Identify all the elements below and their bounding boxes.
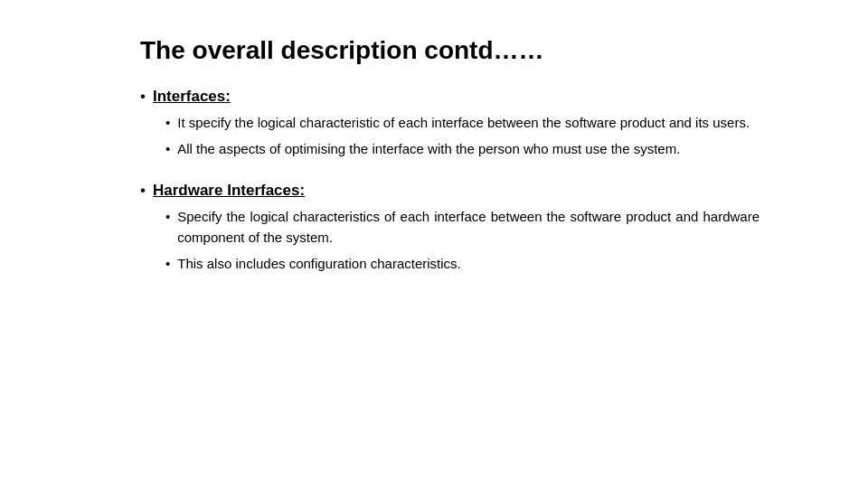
hardware-bullet-1-text: Specify the logical characteristics of e… [177,206,760,249]
section-hardware-interfaces-header: • Hardware Interfaces: [140,179,760,202]
interfaces-bullet-2: • All the aspects of optimising the inte… [165,138,760,159]
section-interfaces: • Interfaces: • It specify the logical c… [140,85,760,164]
interfaces-bullet-2-dot: • [165,138,170,159]
interfaces-bullet-1-text: It specify the logical characteristic of… [177,112,750,133]
hardware-bullet-1: • Specify the logical characteristics of… [165,206,760,249]
hardware-bullet-2-dot: • [165,253,170,274]
bullet-dot-interfaces: • [140,85,146,108]
interfaces-bullet-2-text: All the aspects of optimising the interf… [177,138,680,159]
interfaces-bullet-1: • It specify the logical characteristic … [165,112,760,133]
section-interfaces-header: • Interfaces: [140,85,760,108]
interfaces-label: Interfaces: [153,85,231,108]
interfaces-bullet-1-dot: • [165,112,170,133]
bullet-dot-hardware: • [140,179,146,202]
hardware-bullet-2: • This also includes configuration chara… [165,253,760,274]
slide-title: The overall description contd…… [140,36,760,65]
section-hardware-interfaces: • Hardware Interfaces: • Specify the log… [140,179,760,279]
hardware-interfaces-label: Hardware Interfaces: [153,179,305,202]
hardware-bullet-1-dot: • [165,206,170,227]
hardware-interfaces-sub-bullets: • Specify the logical characteristics of… [165,206,760,275]
interfaces-sub-bullets: • It specify the logical characteristic … [165,112,760,160]
hardware-bullet-2-text: This also includes configuration charact… [177,253,460,274]
slide: The overall description contd…… • Interf… [0,0,868,488]
